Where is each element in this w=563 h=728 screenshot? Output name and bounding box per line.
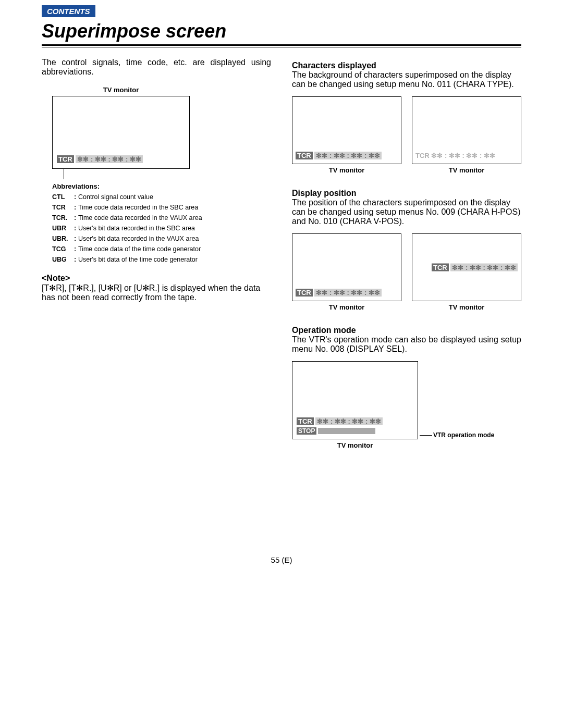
right-column: Characters displayed The background of c… bbox=[292, 58, 521, 451]
characters-displayed-heading: Characters displayed bbox=[292, 61, 521, 70]
title-rule-thick bbox=[42, 44, 521, 46]
display-position-heading: Display position bbox=[292, 189, 521, 198]
abbr-row: TCR:Time code data recorded in the SBC a… bbox=[52, 204, 271, 211]
operation-mode-body: The VTR's operation mode can also be dis… bbox=[292, 335, 521, 354]
tv-monitor-label: TV monitor bbox=[412, 166, 521, 174]
overlay-tcr-label: TCR bbox=[296, 289, 313, 297]
overlay-tcr-label: TCR bbox=[432, 264, 449, 272]
tv-monitor-label: TV monitor bbox=[412, 303, 521, 311]
tv-monitor-box: TCR ✻✻ : ✻✻ : ✻✻ : ✻✻ bbox=[52, 96, 190, 169]
tv-monitor-label: TV monitor bbox=[292, 441, 418, 449]
abbr-row: TCG:Time code data of the time code gene… bbox=[52, 245, 271, 253]
abbreviations-heading: Abbreviations: bbox=[52, 182, 271, 190]
overlay-tcr-label: TCR bbox=[57, 155, 74, 163]
title-rule-thin bbox=[42, 47, 521, 47]
abbr-row: CTL:Control signal count value bbox=[52, 193, 271, 201]
page-number: 55 (E) bbox=[42, 556, 521, 564]
tv-monitor-label: TV monitor bbox=[292, 303, 401, 311]
tv-monitor-label: TV monitor bbox=[52, 86, 190, 94]
overlay-timecode: ✻✻ : ✻✻ : ✻✻ : ✻✻ bbox=[450, 264, 518, 272]
abbr-row: UBR:User's bit data recorded in the SBC … bbox=[52, 225, 271, 232]
contents-tab[interactable]: CONTENTS bbox=[42, 5, 95, 17]
leader-line bbox=[64, 169, 190, 179]
tv-monitor-label: TV monitor bbox=[292, 166, 401, 174]
note-heading: <Note> bbox=[42, 274, 271, 283]
tv-monitor-box-dark: TCR ✻✻ : ✻✻ : ✻✻ : ✻✻ bbox=[292, 96, 401, 164]
note-body: [T✻R], [T✻R.], [U✻R] or [U✻R.] is displa… bbox=[42, 283, 271, 302]
page-title: Superimpose screen bbox=[42, 20, 521, 42]
overlay-timecode: ✻✻ : ✻✻ : ✻✻ : ✻✻ bbox=[76, 155, 143, 163]
overlay-timecode: ✻✻ : ✻✻ : ✻✻ : ✻✻ bbox=[315, 417, 383, 425]
overlay-tcr-label: TCR bbox=[415, 152, 430, 159]
tv-monitor-box-pos-mid: TCR ✻✻ : ✻✻ : ✻✻ : ✻✻ bbox=[412, 233, 521, 301]
characters-displayed-body: The background of characters superimpose… bbox=[292, 70, 521, 89]
tv-monitor-box-light: TCR ✻✻ : ✻✻ : ✻✻ : ✻✻ bbox=[412, 96, 521, 164]
abbr-row: UBR.:User's bit data recorded in the VAU… bbox=[52, 235, 271, 242]
overlay-timecode: ✻✻ : ✻✻ : ✻✻ : ✻✻ bbox=[314, 152, 382, 159]
operation-mode-heading: Operation mode bbox=[292, 326, 521, 335]
overlay-tcr-label: TCR bbox=[297, 417, 314, 425]
abbr-row: UBG:User's bit data of the time code gen… bbox=[52, 256, 271, 263]
vtr-operation-mode-callout: VTR operation mode bbox=[433, 431, 494, 439]
callout-line bbox=[420, 435, 432, 436]
overlay-stop-bar bbox=[318, 428, 375, 434]
display-position-body: The position of the characters superimpo… bbox=[292, 198, 521, 226]
overlay-timecode: ✻✻ : ✻✻ : ✻✻ : ✻✻ bbox=[314, 289, 382, 297]
tv-monitor-box-pos-bottom: TCR ✻✻ : ✻✻ : ✻✻ : ✻✻ bbox=[292, 233, 401, 301]
intro-text: The control signals, time code, etc. are… bbox=[42, 58, 271, 77]
overlay-timecode: ✻✻ : ✻✻ : ✻✻ : ✻✻ bbox=[431, 152, 495, 159]
left-column: The control signals, time code, etc. are… bbox=[42, 58, 271, 451]
overlay-stop-label: STOP bbox=[297, 427, 316, 435]
abbr-row: TCR.:Time code data recorded in the VAUX… bbox=[52, 214, 271, 221]
tv-monitor-box-opmode: TCR ✻✻ : ✻✻ : ✻✻ : ✻✻ STOP VTR operation… bbox=[292, 361, 418, 439]
overlay-tcr-label: TCR bbox=[296, 152, 313, 159]
